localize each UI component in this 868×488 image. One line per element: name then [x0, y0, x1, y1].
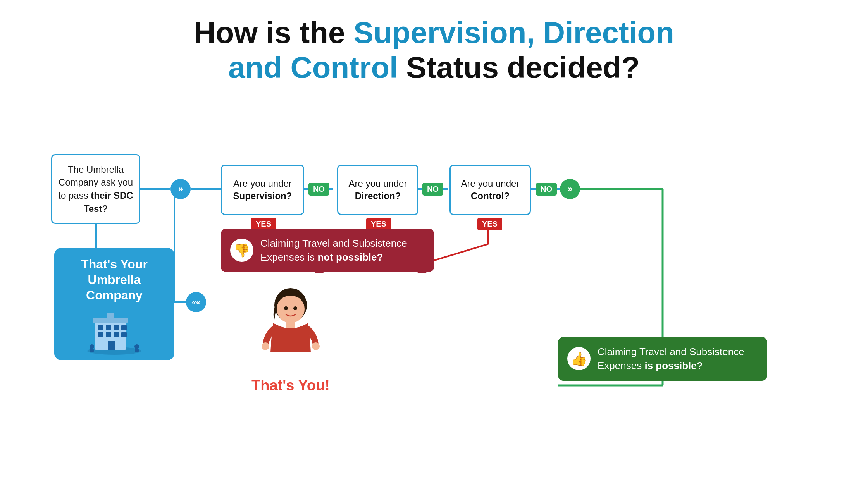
supervision-text: Are you under Supervision? — [227, 177, 298, 203]
no-badge-control: NO — [536, 183, 557, 196]
building-illustration — [83, 309, 145, 356]
svg-point-39 — [284, 306, 288, 310]
person-label: That's You! — [248, 377, 333, 394]
svg-point-40 — [293, 306, 297, 310]
sdc-question-text: The Umbrella Company ask you to pass the… — [58, 163, 134, 215]
forward-arrow-green: » — [560, 179, 580, 199]
result-box-not-possible: 👎 Claiming Travel and Subsistence Expens… — [221, 229, 434, 272]
svg-rect-24 — [121, 325, 127, 330]
direction-question-box: Are you under Direction? — [337, 165, 418, 215]
forward-arrow-blue: » — [170, 179, 191, 199]
result-box-possible: 👍 Claiming Travel and Subsistence Expens… — [558, 337, 767, 381]
page-title: How is the Supervision, Direction and Co… — [0, 0, 868, 93]
result-negative-text: Claiming Travel and Subsistence Expenses… — [260, 236, 425, 265]
no-badge-direction: NO — [422, 183, 443, 196]
no-badge-supervision: NO — [308, 183, 329, 196]
result-positive-text: Claiming Travel and Subsistence Expenses… — [598, 345, 758, 373]
svg-rect-20 — [107, 313, 114, 319]
umbrella-company-box: That's Your Umbrella Company — [54, 248, 174, 360]
direction-text: Are you under Direction? — [344, 177, 412, 203]
yes-badge-control: YES — [477, 218, 502, 230]
thumbs-down-icon: 👎 — [230, 239, 253, 262]
svg-point-38 — [312, 342, 320, 350]
umbrella-company-label: That's Your Umbrella Company — [60, 256, 168, 303]
svg-point-35 — [277, 295, 305, 323]
svg-rect-36 — [286, 321, 295, 328]
svg-rect-25 — [98, 332, 103, 337]
back-arrow-blue: «« — [186, 292, 206, 312]
svg-point-37 — [262, 342, 269, 350]
control-text: Are you under Control? — [456, 177, 524, 203]
svg-rect-21 — [98, 325, 103, 330]
supervision-question-box: Are you under Supervision? — [221, 165, 304, 215]
svg-rect-23 — [114, 325, 119, 330]
svg-rect-26 — [106, 332, 111, 337]
sdc-question-box: The Umbrella Company ask you to pass the… — [51, 154, 140, 224]
person-figure: That's You! — [248, 287, 333, 394]
svg-rect-28 — [121, 332, 127, 337]
control-question-box: Are you under Control? — [450, 165, 531, 215]
svg-point-30 — [90, 344, 94, 349]
svg-rect-31 — [90, 349, 94, 352]
svg-point-32 — [134, 344, 139, 349]
svg-rect-27 — [114, 332, 119, 337]
thumbs-up-icon: 👍 — [567, 347, 591, 370]
svg-rect-22 — [106, 325, 111, 330]
svg-rect-29 — [108, 341, 115, 350]
svg-rect-33 — [135, 349, 139, 352]
